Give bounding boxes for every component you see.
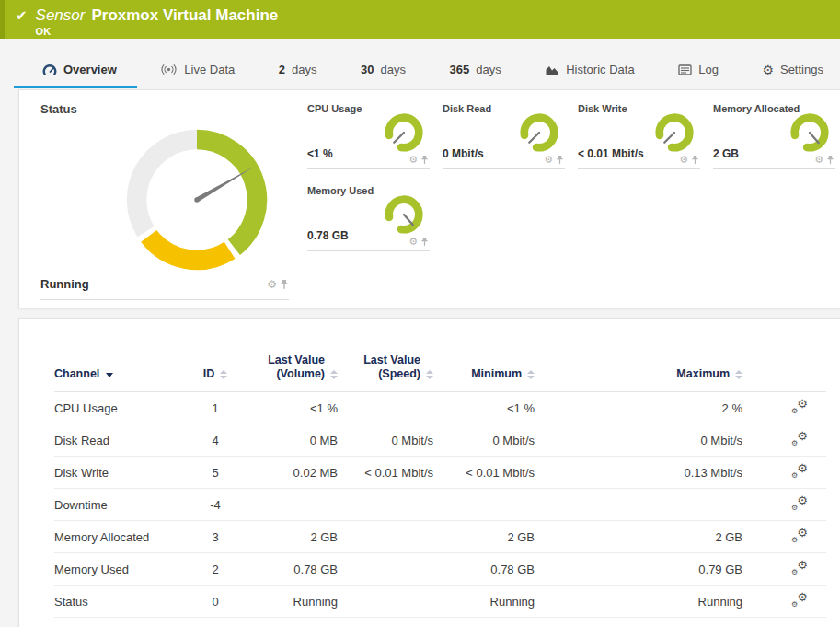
- sort-desc-icon: [106, 373, 113, 377]
- channel-settings-gear-icon[interactable]: ⚙: [679, 155, 688, 165]
- table-header-row: Channel ID Last Value(Volume) Last Value…: [54, 354, 826, 392]
- channel-settings-gear-icon[interactable]: ⚙: [814, 155, 823, 165]
- channel-settings-gears-icon[interactable]: ⚙⚙: [791, 593, 808, 608]
- pin-icon[interactable]: [420, 237, 429, 247]
- table-row-disk-write: Disk Write 5 0.02 MB < 0.01 Mbit/s < 0.0…: [54, 457, 826, 489]
- cell-channel: Disk Write: [54, 466, 192, 480]
- cell-last-value-volume: <1 %: [238, 401, 338, 415]
- mini-gauge-value: < 0.01 Mbit/s: [578, 147, 644, 160]
- tab-365-days[interactable]: 365 days: [446, 51, 505, 88]
- sort-icon: [220, 370, 227, 379]
- column-header-last-value-speed[interactable]: Last Value(Speed): [338, 354, 433, 381]
- table-row-downtime: Downtime -4 ⚙⚙: [54, 489, 826, 521]
- status-ok-check-icon: ✔: [16, 7, 28, 24]
- mini-gauge-value: 2 GB: [713, 147, 739, 160]
- gauge-chart: [518, 111, 560, 154]
- tab-settings-label: Settings: [780, 63, 823, 76]
- cell-id: -4: [192, 498, 238, 512]
- cell-maximum: 0 Mbit/s: [535, 434, 742, 447]
- tab-365-days-unit: days: [476, 63, 501, 76]
- cell-last-value-volume: 0 MB: [238, 434, 338, 447]
- tab-log-label: Log: [698, 63, 719, 76]
- channel-settings-gears-icon[interactable]: ⚙⚙: [791, 464, 808, 479]
- tab-2-days-unit: days: [292, 63, 316, 76]
- cell-maximum: 2 GB: [535, 530, 742, 544]
- cell-last-value-speed: < 0.01 Mbit/s: [338, 466, 433, 480]
- pin-icon[interactable]: [556, 155, 564, 165]
- tab-historic-data[interactable]: Historic Data: [541, 51, 638, 88]
- cell-id: 3: [192, 530, 238, 544]
- pin-icon[interactable]: [691, 155, 699, 165]
- tab-settings[interactable]: ⚙ Settings: [758, 51, 827, 88]
- gear-icon: ⚙: [762, 64, 774, 76]
- historic-chart-icon: [545, 64, 559, 75]
- tab-overview[interactable]: Overview: [39, 51, 121, 88]
- mini-gauge-memory-allocated: Memory Allocated 2 GB ⚙: [713, 103, 835, 169]
- mini-gauge-value: 0.78 GB: [307, 229, 349, 242]
- cell-last-value-volume: Running: [238, 595, 338, 609]
- gauge-needle: [664, 133, 674, 143]
- channel-settings-gears-icon[interactable]: ⚙⚙: [791, 400, 808, 414]
- mini-gauges-grid: CPU Usage <1 % ⚙ Disk Read 0 Mbit/s ⚙: [307, 103, 835, 251]
- tab-bar: Overview Live Data 2 days 30 days 365 da…: [0, 51, 840, 88]
- channel-settings-gear-icon[interactable]: ⚙: [267, 279, 277, 290]
- tab-live-data[interactable]: Live Data: [156, 51, 238, 88]
- pin-icon[interactable]: [420, 155, 429, 165]
- tab-historic-data-label: Historic Data: [566, 63, 634, 76]
- column-header-id[interactable]: ID: [192, 367, 238, 381]
- gauge-needle: [529, 133, 539, 143]
- gauge-chart: [383, 193, 425, 236]
- status-gauge-title: Status: [40, 102, 77, 116]
- mini-gauge-value: 0 Mbit/s: [443, 147, 484, 160]
- tab-live-data-label: Live Data: [184, 63, 235, 76]
- cell-minimum: <1 %: [433, 401, 535, 415]
- log-list-icon: [678, 64, 692, 75]
- tab-30-days-number: 30: [361, 63, 374, 76]
- sensor-header: ✔ SensorProxmox Virtual Machine OK: [0, 0, 840, 39]
- mini-gauge-disk-read: Disk Read 0 Mbit/s ⚙: [443, 103, 565, 169]
- mini-gauge-value: <1 %: [307, 147, 333, 160]
- cell-minimum: 2 GB: [433, 530, 535, 544]
- gauge-needle: [394, 133, 404, 143]
- cell-channel: CPU Usage: [54, 401, 192, 415]
- cell-minimum: 0 Mbit/s: [433, 434, 535, 447]
- cell-id: 5: [192, 466, 238, 480]
- table-row-disk-read: Disk Read 4 0 MB 0 Mbit/s 0 Mbit/s 0 Mbi…: [54, 424, 826, 457]
- channel-settings-gear-icon[interactable]: ⚙: [408, 237, 418, 247]
- gauge-chart: [788, 111, 831, 154]
- column-header-minimum[interactable]: Minimum: [433, 367, 535, 381]
- sort-icon: [426, 370, 433, 379]
- channel-settings-gears-icon[interactable]: ⚙⚙: [791, 496, 808, 511]
- sort-icon: [330, 370, 338, 379]
- pin-icon[interactable]: [280, 279, 289, 290]
- sensor-kind-label: Sensor: [36, 6, 86, 24]
- cell-channel: Downtime: [54, 498, 192, 512]
- status-gauge-value: Running: [40, 277, 89, 291]
- broadcast-icon: [160, 64, 178, 75]
- tab-2-days-number: 2: [279, 63, 285, 76]
- mini-gauge-memory-used: Memory Used 0.78 GB ⚙: [307, 185, 430, 251]
- channel-settings-gear-icon[interactable]: ⚙: [408, 155, 418, 165]
- channel-settings-gears-icon[interactable]: ⚙⚙: [791, 561, 808, 575]
- column-header-last-value-volume[interactable]: Last Value(Volume): [238, 354, 338, 381]
- pin-icon[interactable]: [826, 155, 834, 165]
- tab-log[interactable]: Log: [674, 51, 722, 88]
- tab-2-days[interactable]: 2 days: [275, 51, 321, 88]
- cell-maximum: 2 %: [535, 401, 742, 415]
- cell-id: 2: [192, 563, 238, 576]
- cell-maximum: Running: [535, 595, 742, 609]
- column-header-channel[interactable]: Channel: [54, 367, 192, 381]
- channel-settings-gears-icon[interactable]: ⚙⚙: [791, 432, 808, 447]
- column-header-maximum[interactable]: Maximum: [535, 367, 742, 381]
- tab-365-days-number: 365: [450, 63, 470, 76]
- cell-last-value-volume: 0.78 GB: [238, 563, 338, 576]
- channels-table: Channel ID Last Value(Volume) Last Value…: [19, 354, 840, 618]
- cell-minimum: Running: [433, 595, 535, 609]
- cell-id: 1: [192, 401, 238, 415]
- channel-settings-gears-icon[interactable]: ⚙⚙: [791, 528, 808, 543]
- cell-id: 4: [192, 434, 238, 447]
- tab-overview-label: Overview: [63, 63, 117, 76]
- tab-30-days[interactable]: 30 days: [357, 51, 409, 88]
- channel-settings-gear-icon[interactable]: ⚙: [544, 155, 553, 165]
- status-gauge-footer: Running ⚙: [40, 277, 289, 300]
